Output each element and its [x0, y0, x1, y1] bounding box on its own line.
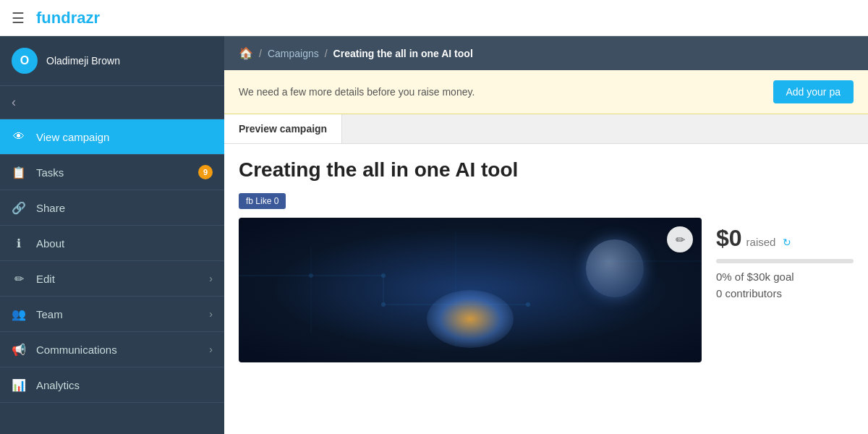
- share-icon: 🔗: [12, 200, 26, 215]
- sidebar-user: O Oladimeji Brown: [0, 36, 224, 86]
- progress-bar: [716, 259, 854, 263]
- svg-point-6: [381, 273, 386, 278]
- sidebar-item-about[interactable]: ℹ About: [0, 226, 224, 261]
- sidebar-item-label: Edit: [36, 273, 199, 285]
- main-content: 🏠 / Campaigns / Creating the all in one …: [224, 36, 868, 434]
- logo-prefix: fund: [36, 9, 71, 27]
- campaign-content: Creating the all in one AI tool fb Like …: [224, 144, 868, 377]
- chevron-right-icon: ›: [209, 273, 213, 284]
- sidebar-item-label: Analytics: [36, 379, 213, 391]
- breadcrumb-separator: /: [325, 48, 328, 59]
- sidebar-item-team[interactable]: 👥 Team ›: [0, 297, 224, 332]
- communications-icon: 📢: [12, 342, 26, 357]
- breadcrumb: 🏠 / Campaigns / Creating the all in one …: [224, 36, 868, 70]
- info-icon: ℹ: [12, 236, 26, 250]
- goal-stat: 0% of $30k goal: [716, 271, 854, 283]
- sidebar-item-label: Share: [36, 202, 213, 214]
- raised-label: raised: [746, 236, 776, 248]
- sidebar-item-label: About: [36, 237, 213, 250]
- sidebar-item-edit[interactable]: ✏ Edit ›: [0, 261, 224, 297]
- sidebar-item-analytics[interactable]: 📊 Analytics: [0, 367, 224, 403]
- sidebar-item-label: Team: [36, 308, 199, 320]
- breadcrumb-separator: /: [259, 48, 262, 59]
- campaign-image-wrapper: ✏: [239, 218, 702, 362]
- svg-point-8: [526, 302, 530, 307]
- breadcrumb-current-page: Creating the all in one AI tool: [333, 48, 473, 59]
- sidebar-item-label: Tasks: [36, 166, 188, 179]
- hamburger-icon[interactable]: ☰: [12, 9, 25, 27]
- home-icon[interactable]: 🏠: [239, 46, 253, 60]
- logo: fundrazr: [36, 9, 100, 27]
- campaign-image: [239, 218, 702, 362]
- stats-panel: $0 raised ↻ 0% of $30k goal 0 contributo…: [716, 218, 854, 362]
- image-decoration-circuit: [239, 218, 702, 362]
- campaign-title: Creating the all in one AI tool: [239, 158, 854, 182]
- sidebar-item-label: View campaign: [36, 131, 213, 143]
- tasks-badge: 9: [198, 165, 213, 179]
- amount-raised: $0: [716, 225, 742, 252]
- tabs-bar: Preview campaign: [224, 114, 868, 144]
- campaign-lower: ✏ $0 raised ↻ 0% of $30k goal 0 contribu…: [239, 218, 854, 362]
- sidebar-back-button[interactable]: ‹: [0, 86, 224, 119]
- edit-icon: ✏: [12, 271, 26, 286]
- amount-raised-row: $0 raised ↻: [716, 225, 854, 252]
- edit-image-button[interactable]: ✏: [667, 226, 693, 252]
- user-name: Oladimeji Brown: [46, 55, 120, 67]
- warning-bar: We need a few more details before you ra…: [224, 70, 868, 114]
- sidebar-item-communications[interactable]: 📢 Communications ›: [0, 332, 224, 367]
- svg-point-9: [309, 273, 313, 278]
- team-icon: 👥: [12, 307, 26, 321]
- sidebar-item-label: Communications: [36, 344, 199, 356]
- sidebar-item-tasks[interactable]: 📋 Tasks 9: [0, 155, 224, 190]
- sidebar-item-share[interactable]: 🔗 Share: [0, 190, 224, 226]
- eye-icon: 👁: [12, 129, 26, 144]
- sidebar-item-view-campaign[interactable]: 👁 View campaign: [0, 119, 224, 155]
- avatar: O: [12, 48, 38, 74]
- analytics-icon: 📊: [12, 378, 26, 392]
- chevron-right-icon: ›: [209, 308, 213, 320]
- sidebar: O Oladimeji Brown ‹ 👁 View campaign 📋 Ta…: [0, 36, 224, 434]
- contributors-stat: 0 contributors: [716, 287, 854, 299]
- refresh-icon[interactable]: ↻: [783, 237, 791, 248]
- warning-message: We need a few more details before you ra…: [239, 86, 475, 98]
- logo-suffix: razr: [71, 9, 100, 27]
- add-page-button[interactable]: Add your pa: [773, 80, 854, 103]
- facebook-like-button[interactable]: fb Like 0: [239, 193, 286, 209]
- tab-preview-campaign[interactable]: Preview campaign: [224, 114, 342, 143]
- breadcrumb-campaigns[interactable]: Campaigns: [268, 48, 319, 59]
- svg-point-7: [381, 302, 386, 307]
- top-navbar: ☰ fundrazr: [0, 0, 868, 36]
- chevron-right-icon: ›: [209, 344, 213, 355]
- tasks-icon: 📋: [12, 165, 26, 179]
